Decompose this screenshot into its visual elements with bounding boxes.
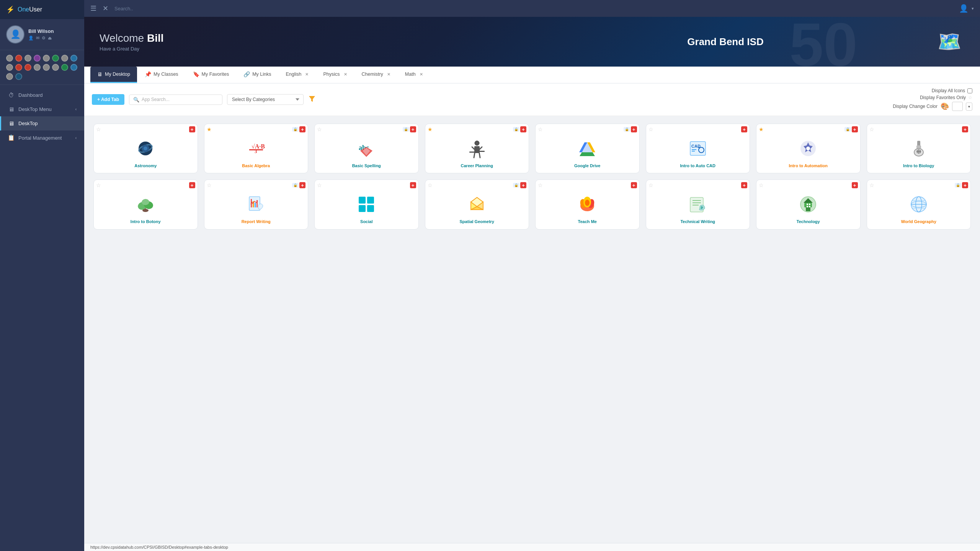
wrench-icon[interactable]: ✕ — [103, 4, 108, 13]
dot[interactable] — [6, 64, 13, 71]
tab-my-links[interactable]: 🔗 My Links — [237, 67, 278, 83]
app-card-technology[interactable]: ☆ + T — [756, 179, 861, 229]
app-card-report-writing[interactable]: ☆ 🔒 + — [204, 179, 309, 229]
app-card-basic-algebra[interactable]: ★ 🔒 + √A·B 3 Basic Algebra — [204, 124, 309, 173]
dot[interactable] — [34, 64, 41, 71]
star-button[interactable]: ★ — [207, 126, 212, 132]
dot[interactable] — [6, 73, 13, 80]
tab-english[interactable]: English ✕ — [279, 67, 315, 83]
tab-close-chemistry[interactable]: ✕ — [387, 72, 390, 77]
star-button[interactable]: ☆ — [759, 182, 764, 188]
star-button[interactable]: ★ — [759, 126, 764, 132]
sidebar-item-dashboard[interactable]: ⏱ Dashboard — [0, 88, 84, 102]
star-button[interactable]: ☆ — [538, 126, 543, 132]
app-card-social[interactable]: ☆ + Social — [314, 179, 419, 229]
add-badge[interactable]: + — [631, 126, 637, 132]
menu-icon[interactable]: ☰ — [90, 4, 96, 13]
app-card-google-drive[interactable]: ☆ 🔒 + Google Drive — [535, 124, 640, 173]
dot[interactable] — [15, 73, 22, 80]
tab-close-math[interactable]: ✕ — [420, 72, 423, 77]
add-badge[interactable]: + — [189, 182, 195, 188]
chevron-down-icon[interactable]: ▾ — [972, 6, 974, 11]
star-button[interactable]: ★ — [428, 126, 433, 132]
dot[interactable] — [34, 55, 41, 62]
dot[interactable] — [70, 64, 77, 71]
tab-my-desktop[interactable]: 🖥 My Desktop — [90, 67, 137, 83]
dot[interactable] — [52, 55, 59, 62]
app-card-spatial-geometry[interactable]: ☆ 🔒 + Spatial Geometry — [425, 179, 529, 229]
color-swatch[interactable] — [952, 102, 963, 111]
add-badge[interactable]: + — [299, 182, 305, 188]
dot[interactable] — [52, 64, 59, 71]
star-button[interactable]: ☆ — [317, 182, 322, 188]
add-badge[interactable]: + — [520, 126, 526, 132]
add-badge[interactable]: + — [741, 182, 747, 188]
profile-icon[interactable]: 👤 — [28, 36, 34, 41]
star-button[interactable]: ☆ — [207, 182, 212, 188]
dot[interactable] — [61, 64, 68, 71]
add-badge[interactable]: + — [741, 126, 747, 132]
logout-icon[interactable]: ⏏ — [48, 36, 52, 41]
star-button[interactable]: ☆ — [869, 126, 874, 132]
add-badge[interactable]: + — [852, 126, 858, 132]
category-select[interactable]: Select By CategoriesMathScienceEnglishSo… — [227, 94, 304, 105]
star-button[interactable]: ☆ — [96, 126, 101, 132]
add-badge[interactable]: + — [299, 126, 305, 132]
tab-my-favorites[interactable]: 🔖 My Favorites — [186, 67, 236, 83]
color-wheel-icon[interactable]: 🎨 — [941, 102, 949, 111]
star-button[interactable]: ☆ — [317, 126, 322, 132]
app-search-input[interactable] — [142, 97, 218, 102]
settings-icon[interactable]: ⚙ — [42, 36, 46, 41]
sidebar-item-desktop-menu[interactable]: 🖥 DeskTop Menu ‹ — [0, 102, 84, 116]
dot[interactable] — [70, 55, 77, 62]
add-badge[interactable]: + — [410, 126, 416, 132]
sidebar-item-desktop[interactable]: 🖥 DeskTop — [0, 116, 84, 130]
color-dropdown-arrow[interactable]: ▾ — [966, 103, 972, 111]
user-avatar-icon[interactable]: 👤 — [959, 4, 969, 13]
filter-button[interactable] — [308, 95, 316, 104]
tab-chemistry[interactable]: Chemistry ✕ — [355, 67, 397, 83]
app-name: Astronomy — [134, 163, 157, 168]
sidebar-item-portal[interactable]: 📋 Portal Management ‹ — [0, 130, 84, 145]
add-badge[interactable]: + — [962, 126, 968, 132]
app-card-astronomy[interactable]: ☆ + Astronomy — [93, 124, 198, 173]
star-button[interactable]: ☆ — [869, 182, 874, 188]
add-badge[interactable]: + — [520, 182, 526, 188]
tab-close-physics[interactable]: ✕ — [344, 72, 347, 77]
app-card-intro-automation[interactable]: ★ 🔒 + Intro to Automation — [756, 124, 861, 173]
app-card-teach-me[interactable]: ☆ + Teach Me — [535, 179, 640, 229]
app-card-intro-botony[interactable]: ☆ + Intro to Botony — [93, 179, 198, 229]
add-badge[interactable]: + — [189, 126, 195, 132]
app-card-world-geography[interactable]: ☆ 🔒 + World Geogra — [867, 179, 971, 229]
display-all-checkbox[interactable] — [967, 88, 972, 93]
dot[interactable] — [6, 55, 13, 62]
add-badge[interactable]: + — [631, 182, 637, 188]
dot[interactable] — [43, 64, 50, 71]
app-card-technical-writing[interactable]: ☆ + Technical Writing — [646, 179, 750, 229]
add-tab-button[interactable]: + Add Tab — [92, 94, 124, 105]
add-badge[interactable]: + — [852, 182, 858, 188]
dot[interactable] — [24, 64, 31, 71]
app-card-intro-autocad[interactable]: ☆ + CAD Intro to Auto CAD — [646, 124, 750, 173]
tab-my-classes[interactable]: 📌 My Classes — [138, 67, 185, 83]
dot[interactable] — [43, 55, 50, 62]
app-card-career-planning[interactable]: ★ 🔒 + — [425, 124, 529, 173]
star-button[interactable]: ☆ — [96, 182, 101, 188]
star-button[interactable]: ☆ — [538, 182, 543, 188]
add-badge[interactable]: + — [962, 182, 968, 188]
add-badge[interactable]: + — [410, 182, 416, 188]
tab-physics[interactable]: Physics ✕ — [316, 67, 354, 83]
star-button[interactable]: ☆ — [428, 182, 433, 188]
search-input[interactable] — [114, 6, 237, 11]
app-card-intro-biology[interactable]: ☆ + I — [867, 124, 971, 173]
dot[interactable] — [15, 64, 22, 71]
star-button[interactable]: ☆ — [648, 182, 653, 188]
tab-close-english[interactable]: ✕ — [305, 72, 309, 77]
app-card-basic-spelling[interactable]: ☆ 🔒 + abc Basic Spelling — [314, 124, 419, 173]
star-button[interactable]: ☆ — [648, 126, 653, 132]
tab-math[interactable]: Math ✕ — [398, 67, 430, 83]
dot[interactable] — [24, 55, 31, 62]
message-icon[interactable]: ✉ — [36, 36, 39, 41]
dot[interactable] — [15, 55, 22, 62]
dot[interactable] — [61, 55, 68, 62]
